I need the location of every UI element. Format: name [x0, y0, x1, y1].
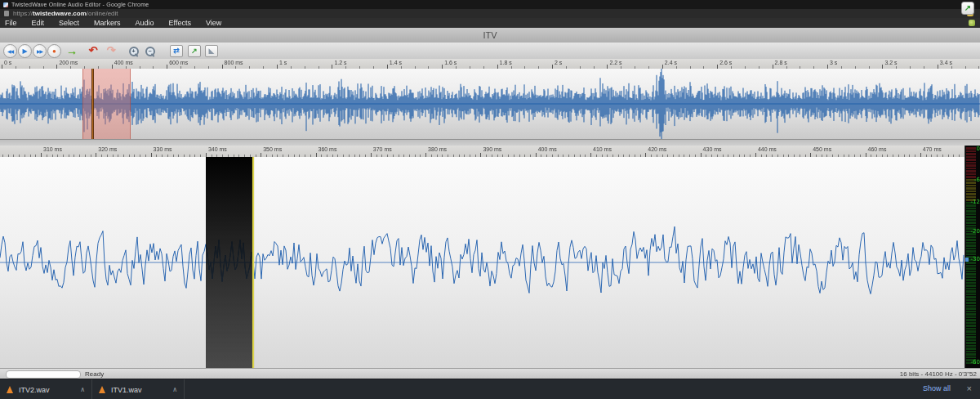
- downloads-divider: [184, 379, 185, 399]
- download-menu-chevron[interactable]: ∧: [74, 386, 91, 393]
- ruler-label: 1.2 s: [334, 60, 346, 65]
- meter-segment: [966, 162, 976, 164]
- download-filename: ITV1.wav: [111, 386, 166, 394]
- ruler-label: 2 s: [555, 60, 562, 65]
- meter-segment: [966, 216, 976, 218]
- ruler-label: 2.6 s: [719, 60, 732, 65]
- zoom-fit-button[interactable]: ↗: [188, 45, 201, 57]
- format-info: 16 bits - 44100 Hz - 0'3"52: [900, 370, 977, 378]
- zoom-fit-icon: ↗: [191, 47, 198, 55]
- insert-button[interactable]: →: [65, 44, 78, 56]
- meter-segment: [966, 213, 976, 216]
- meter-segment: [966, 328, 976, 330]
- detail-ruler[interactable]: 310 ms320 ms330 ms340 ms350 ms360 ms370 …: [0, 146, 980, 158]
- overview-waveform-svg: [0, 69, 980, 139]
- meter-segment: [966, 325, 976, 327]
- menu-item-audio[interactable]: Audio: [128, 19, 162, 27]
- menu-item-select[interactable]: Select: [51, 19, 87, 27]
- ruler-label: 1.6 s: [444, 60, 457, 65]
- chrome-app-icon: [3, 2, 8, 7]
- menu-item-view[interactable]: View: [198, 19, 229, 27]
- export-button[interactable]: ↗: [961, 2, 974, 15]
- meter-segment: [966, 285, 976, 287]
- show-all-link[interactable]: Show all: [923, 384, 951, 392]
- downloads-close-icon[interactable]: ×: [967, 383, 972, 393]
- redo-button[interactable]: ↷: [105, 44, 118, 56]
- meter-segment: [966, 342, 976, 344]
- vlc-cone-icon: [99, 386, 105, 393]
- zoom-out-button[interactable]: −: [143, 44, 155, 56]
- detail-selection[interactable]: [206, 157, 252, 368]
- ruler-label: 400 ms: [538, 146, 557, 152]
- rewind-button[interactable]: ◀◀: [3, 44, 17, 58]
- meter-segment: [966, 156, 976, 159]
- meter-segment: [966, 330, 976, 333]
- meter-segment: [966, 276, 976, 279]
- meter-segment: [966, 236, 976, 239]
- toolbar: ◀◀ ▶ ▶▶ ● → ↶ ↷ + − ⇄ ↗ ◣ +0 dB 00'00"34…: [0, 43, 980, 60]
- horizontal-scrollbar[interactable]: [6, 370, 81, 379]
- menu-item-file[interactable]: File: [0, 19, 24, 27]
- record-button[interactable]: ●: [47, 44, 61, 58]
- menu-item-effects[interactable]: Effects: [162, 19, 198, 27]
- meter-segment: [966, 253, 976, 256]
- vlc-cone-icon: [7, 386, 13, 393]
- ruler-label: 3.2 s: [884, 60, 897, 65]
- ruler-label: 380 ms: [428, 146, 447, 152]
- detail-cursor[interactable]: [252, 157, 254, 368]
- overview-playhead[interactable]: [91, 69, 94, 139]
- meter-segment: [966, 305, 976, 307]
- meter-segment: [966, 196, 976, 199]
- meter-segment: [966, 351, 976, 353]
- address-bar[interactable]: https://twistedwave.com/online/edit: [0, 9, 980, 18]
- document-title: ITV: [483, 30, 497, 40]
- menu-item-markers[interactable]: Markers: [87, 19, 128, 27]
- edit-view-button[interactable]: ◣: [205, 45, 218, 57]
- download-item[interactable]: ITV2.wav∧: [0, 379, 91, 399]
- ruler-label: 1.8 s: [500, 60, 512, 65]
- meter-segment: [966, 250, 976, 253]
- ruler-label: 390 ms: [483, 146, 501, 152]
- meter-segment: [966, 267, 976, 270]
- meter-scale-label: 0: [977, 146, 980, 152]
- arrow-right-icon: →: [66, 45, 78, 56]
- overview-selection[interactable]: [82, 69, 131, 139]
- meter-segment: [966, 311, 976, 313]
- meter-segment: [966, 170, 976, 173]
- ruler-label: 370 ms: [373, 146, 392, 152]
- download-item[interactable]: ITV1.wav∧: [92, 379, 184, 399]
- meter-segment: [966, 164, 976, 167]
- downloads-bar: ITV2.wav∧ITV1.wav∧Show all ×: [0, 379, 980, 399]
- twistedwave-window: TwistedWave Online Audio Editor - Google…: [0, 0, 980, 399]
- play-button[interactable]: ▶: [18, 44, 32, 58]
- meter-segment: [966, 193, 976, 195]
- detail-waveform[interactable]: [0, 157, 980, 368]
- overview-waveform[interactable]: [0, 69, 980, 139]
- window-title: TwistedWave Online Audio Editor - Google…: [11, 2, 149, 7]
- status-bar: Ready 16 bits - 44100 Hz - 0'3"52: [0, 368, 980, 379]
- edit-view-icon: ◣: [209, 47, 215, 55]
- undo-button[interactable]: ↶: [87, 44, 100, 56]
- meter-segment: [966, 322, 976, 325]
- zoom-selection-button[interactable]: ⇄: [170, 45, 183, 57]
- meter-scale-label: -30: [971, 257, 980, 262]
- meter-segment: [966, 294, 976, 296]
- meter-segment: [966, 288, 976, 290]
- zoom-in-button[interactable]: +: [127, 44, 139, 56]
- ruler-label: 430 ms: [703, 146, 722, 152]
- meter-segment: [966, 356, 976, 359]
- redo-icon: ↷: [107, 45, 116, 56]
- meter-segment: [966, 208, 976, 210]
- menu-item-edit[interactable]: Edit: [24, 19, 52, 27]
- meter-segment: [966, 347, 976, 350]
- meter-segment: [966, 290, 976, 293]
- meter-segment: [966, 299, 976, 302]
- rewind-icon: ◀◀: [7, 49, 13, 54]
- ruler-label: 470 ms: [923, 146, 942, 152]
- meter-segment: [966, 219, 976, 222]
- url-text: https://twistedwave.com/online/edit: [13, 10, 118, 17]
- meter-segment: [966, 239, 976, 241]
- download-menu-chevron[interactable]: ∧: [166, 386, 184, 393]
- fast-forward-button[interactable]: ▶▶: [33, 44, 47, 58]
- ruler-label: 310 ms: [43, 146, 62, 152]
